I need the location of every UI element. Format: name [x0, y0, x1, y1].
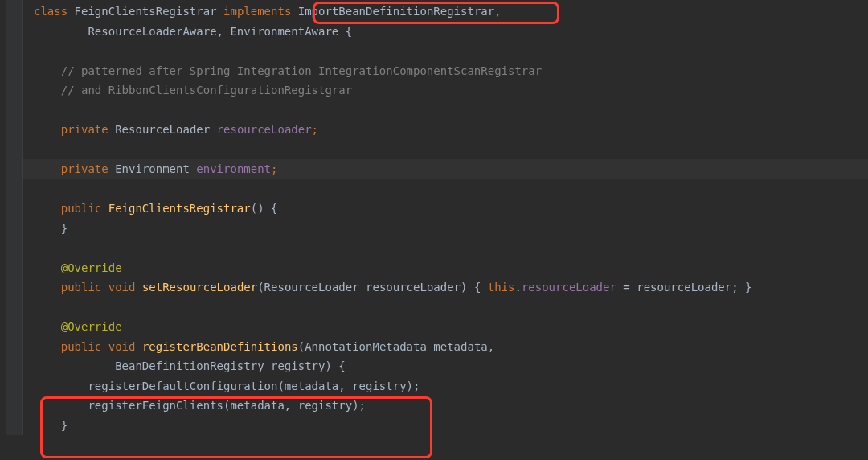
code-line-empty[interactable]: [23, 179, 868, 199]
editor-gutter: [6, 0, 23, 435]
code-line[interactable]: registerDefaultConfiguration(metadata, r…: [23, 376, 868, 396]
code-line[interactable]: private ResourceLoader resourceLoader;: [23, 120, 868, 140]
dot: .: [514, 281, 521, 294]
code-line[interactable]: public FeignClientsRegistrar() {: [23, 199, 868, 219]
code-line[interactable]: registerFeignClients(metadata, registry)…: [23, 396, 868, 416]
code-line[interactable]: class FeignClientsRegistrar implements I…: [23, 2, 868, 22]
code-line[interactable]: ResourceLoaderAware, EnvironmentAware {: [23, 22, 868, 42]
annotation: @Override: [61, 261, 122, 274]
interface-list: ResourceLoaderAware, EnvironmentAware {: [88, 25, 352, 38]
code-line[interactable]: // patterned after Spring Integration In…: [23, 61, 868, 81]
method-call: registerDefaultConfiguration(metadata, r…: [88, 380, 420, 392]
keyword-public: public: [61, 202, 102, 215]
code-line-empty[interactable]: [23, 41, 868, 61]
field-ref: resourceLoader: [522, 281, 616, 294]
code-editor[interactable]: class FeignClientsRegistrar implements I…: [6, 0, 868, 435]
method-name: setResourceLoader: [142, 281, 257, 294]
code-line-empty[interactable]: [23, 298, 868, 318]
interface-name: ImportBeanDefinitionRegistrar: [298, 5, 494, 18]
code-line-empty[interactable]: [23, 238, 868, 258]
field-name: environment: [196, 162, 271, 175]
code-line-empty[interactable]: [23, 101, 868, 121]
parens: () {: [251, 202, 278, 215]
code-line[interactable]: BeanDefinitionRegistry registry) {: [23, 356, 868, 376]
keyword-implements: implements: [223, 5, 298, 18]
keyword-void: void: [101, 281, 142, 294]
brace: }: [61, 222, 68, 235]
params: (ResourceLoader resourceLoader) {: [257, 281, 488, 294]
type-name: ResourceLoader: [108, 123, 217, 136]
method-name: registerBeanDefinitions: [142, 340, 298, 353]
code-line-empty[interactable]: [23, 140, 868, 160]
keyword-class: class: [34, 5, 68, 18]
constructor-name: FeignClientsRegistrar: [101, 202, 250, 215]
comma: ,: [494, 5, 501, 18]
keyword-private: private: [61, 162, 108, 175]
code-line[interactable]: }: [23, 219, 868, 239]
keyword-private: private: [61, 123, 108, 136]
method-call: registerFeignClients(metadata, registry)…: [88, 399, 366, 412]
brace: }: [61, 419, 68, 432]
keyword-void: void: [101, 340, 142, 353]
class-name: FeignClientsRegistrar: [68, 5, 223, 18]
semicolon: ;: [312, 123, 318, 136]
field-name: resourceLoader: [217, 123, 312, 136]
params: (AnnotationMetadata metadata,: [298, 340, 494, 353]
keyword-public: public: [61, 340, 102, 353]
keyword-this: this: [488, 281, 515, 294]
code-line[interactable]: // and RibbonClientsConfigurationRegistg…: [23, 80, 868, 101]
code-line-current[interactable]: private Environment environment;: [23, 159, 868, 179]
type-name: Environment: [108, 162, 197, 175]
code-line[interactable]: @Override: [23, 317, 868, 337]
semicolon: ;: [271, 162, 277, 175]
params-cont: BeanDefinitionRegistry registry) {: [115, 359, 346, 372]
comment: // patterned after Spring Integration In…: [61, 64, 542, 77]
keyword-public: public: [61, 281, 102, 294]
code-line[interactable]: }: [23, 416, 868, 436]
code-line[interactable]: public void registerBeanDefinitions(Anno…: [23, 337, 868, 357]
code-line[interactable]: @Override: [23, 258, 868, 278]
assignment: = resourceLoader; }: [616, 281, 752, 294]
comment: // and RibbonClientsConfigurationRegistg…: [61, 84, 352, 97]
code-line[interactable]: public void setResourceLoader(ResourceLo…: [23, 277, 868, 298]
annotation: @Override: [61, 320, 122, 333]
